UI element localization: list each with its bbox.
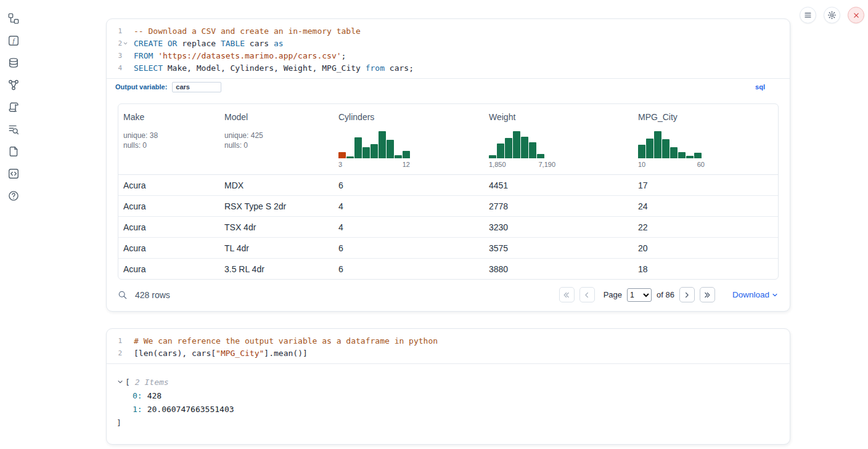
- fold-toggle-icon[interactable]: [122, 40, 129, 47]
- table-cell: 3230: [484, 217, 633, 237]
- table-header-cell: Makeunique: 38nulls: 0: [118, 104, 219, 174]
- table-cell: 17: [633, 175, 778, 195]
- column-header-model[interactable]: Model: [224, 112, 248, 122]
- download-button[interactable]: Download: [732, 290, 779, 299]
- table-cell: 22: [633, 217, 778, 237]
- table-row[interactable]: AcuraTL 4dr6357520: [118, 237, 778, 258]
- download-label: Download: [732, 290, 769, 299]
- histogram-weight[interactable]: [489, 130, 544, 158]
- sidebar-snippets-button[interactable]: [6, 166, 22, 181]
- code-line: 2CREATE OR replace TABLE cars as: [107, 37, 790, 49]
- line-gutter: 1: [107, 27, 129, 35]
- search-icon: [118, 290, 128, 300]
- page-total-label: of 86: [657, 290, 674, 299]
- open-bracket: [: [125, 378, 130, 387]
- table-cell: MDX: [219, 175, 334, 195]
- tree-entry-value: 428: [147, 391, 162, 400]
- chevron-left-icon: [583, 291, 591, 299]
- variables-icon: f: [8, 35, 19, 46]
- column-header-cylinders[interactable]: Cylinders: [338, 112, 374, 122]
- pagination: Page1of 86: [559, 287, 715, 302]
- sql-cell-footer: Output variable: sql: [107, 78, 790, 95]
- python-code-editor[interactable]: 1# We can reference the output variable …: [107, 329, 790, 363]
- tree-entry-key: 1:: [133, 405, 142, 414]
- line-number: 3: [113, 52, 122, 60]
- fold-spacer: [122, 338, 129, 344]
- code-line: 1-- Download a CSV and create an in-memo…: [107, 25, 790, 37]
- code-line: 1# We can reference the output variable …: [107, 334, 790, 347]
- tree-entry-key: 0:: [133, 391, 142, 400]
- table-row[interactable]: AcuraMDX6445117: [118, 175, 778, 195]
- settings-button[interactable]: [824, 7, 840, 23]
- tree-entry-value: 20.060747663551403: [147, 405, 234, 414]
- line-gutter: 1: [107, 337, 129, 345]
- sql-cell: 1-- Download a CSV and create an in-memo…: [106, 18, 790, 312]
- code-text: [len(cars), cars["MPG_City"].mean()]: [129, 349, 308, 358]
- sidebar-datasources-button[interactable]: [6, 55, 22, 70]
- sidebar-scratchpad-button[interactable]: [6, 144, 22, 159]
- tree-root: [2 Items: [117, 375, 780, 389]
- line-number: 2: [113, 349, 122, 357]
- sidebar-dependencies-button[interactable]: [6, 78, 22, 92]
- page-label: Page: [604, 290, 622, 299]
- next-page-button[interactable]: [679, 287, 695, 302]
- table-body: AcuraMDX6445117AcuraRSX Type S 2dr427782…: [118, 175, 778, 279]
- menu-button[interactable]: [800, 7, 816, 23]
- chevrons-right-icon: [703, 291, 711, 299]
- close-bracket: ]: [117, 418, 121, 427]
- table-row[interactable]: Acura3.5 RL 4dr6388018: [118, 258, 778, 279]
- code-line: 2[len(cars), cars["MPG_City"].mean()]: [107, 347, 790, 359]
- table-cell: TSX 4dr: [219, 217, 334, 237]
- line-gutter: 4: [107, 64, 129, 72]
- table-cell: Acura: [118, 238, 219, 258]
- table-cell: 2778: [484, 196, 633, 216]
- histogram-axis-labels: 312: [338, 161, 410, 168]
- histogram-cylinders[interactable]: [338, 130, 410, 158]
- svg-text:f: f: [13, 37, 16, 44]
- search-button[interactable]: [118, 290, 128, 300]
- sidebar-panel: f: [0, 0, 27, 203]
- table-cell: 3.5 RL 4dr: [219, 259, 334, 279]
- table-cell: TL 4dr: [219, 238, 334, 258]
- chevron-right-icon: [682, 291, 691, 299]
- line-number: 4: [113, 64, 122, 72]
- column-header-weight[interactable]: Weight: [489, 112, 515, 122]
- table-header-cell: Modelunique: 425nulls: 0: [219, 104, 334, 174]
- sidebar-variables-button[interactable]: f: [6, 33, 22, 48]
- tree-collapse-toggle[interactable]: [117, 378, 125, 386]
- table-cell: 24: [633, 196, 778, 216]
- shutdown-button[interactable]: [848, 7, 864, 23]
- close-icon: [852, 11, 861, 20]
- code-text: # We can reference the output variable a…: [129, 336, 438, 346]
- scratchpad-icon: [8, 146, 19, 157]
- items-count: 2 Items: [135, 378, 169, 387]
- column-stats: unique: 425nulls: 0: [224, 131, 329, 150]
- output-variable-label: Output variable:: [115, 83, 167, 91]
- last-page-button[interactable]: [700, 287, 715, 302]
- sidebar-logs-button[interactable]: [6, 122, 22, 137]
- datasources-icon: [8, 57, 19, 68]
- chevron-down-icon: [117, 378, 124, 386]
- code-line: 3FROM 'https://datasets.marimo.app/cars.…: [107, 49, 790, 62]
- table-cell: Acura: [118, 259, 219, 279]
- histogram-mpg_city[interactable]: [638, 130, 702, 158]
- code-text: FROM 'https://datasets.marimo.app/cars.c…: [129, 51, 346, 60]
- chevron-down-icon: [771, 291, 779, 299]
- page-select[interactable]: 1: [627, 288, 652, 302]
- sidebar-file-explorer-button[interactable]: [6, 11, 22, 26]
- table-row[interactable]: AcuraTSX 4dr4323022: [118, 216, 778, 237]
- table-header-cell: MPG_City1060: [633, 104, 778, 174]
- output-variable-input[interactable]: [172, 82, 221, 92]
- sql-code-editor[interactable]: 1-- Download a CSV and create an in-memo…: [107, 19, 790, 78]
- column-header-mpg_city[interactable]: MPG_City: [638, 112, 678, 122]
- first-page-button[interactable]: [559, 287, 575, 302]
- sidebar-documentation-button[interactable]: [6, 100, 22, 115]
- table-cell: 18: [633, 259, 778, 279]
- table-row[interactable]: AcuraRSX Type S 2dr4277824: [118, 195, 778, 216]
- prev-page-button[interactable]: [579, 287, 595, 302]
- sidebar-help-button[interactable]: [6, 188, 22, 203]
- column-header-make[interactable]: Make: [123, 112, 144, 122]
- documentation-icon: [8, 102, 19, 113]
- table-cell: Acura: [118, 175, 219, 195]
- table-footer: 428 rows Page1of 86 Download: [107, 280, 790, 311]
